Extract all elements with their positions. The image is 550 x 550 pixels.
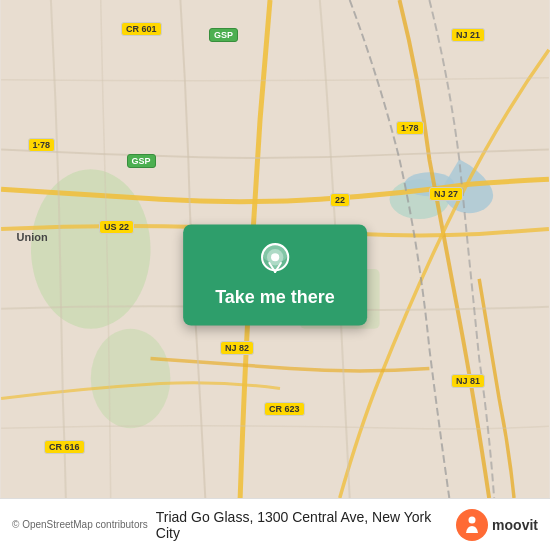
moovit-icon [456, 509, 488, 541]
svg-point-10 [469, 516, 476, 523]
take-me-there-button[interactable]: Take me there [183, 225, 367, 326]
svg-point-2 [91, 329, 171, 429]
copyright-text: © OpenStreetMap contributors [12, 519, 148, 530]
bottom-bar: © OpenStreetMap contributors Triad Go Gl… [0, 498, 550, 550]
location-pin-icon [257, 243, 293, 279]
map-container: CR 601 GSP NJ 21 1·78 GSP 1·78 US 22 22 … [0, 0, 550, 550]
cta-button-label: Take me there [215, 287, 335, 308]
moovit-logo: moovit [456, 509, 538, 541]
location-text: Triad Go Glass, 1300 Central Ave, New Yo… [156, 509, 456, 541]
moovit-label-text: moovit [492, 517, 538, 533]
